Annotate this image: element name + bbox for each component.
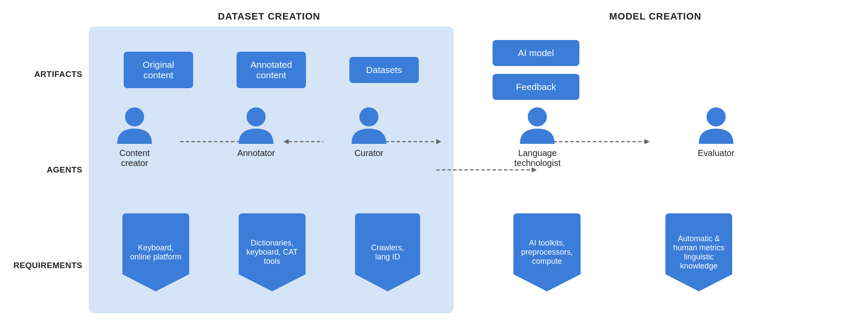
language-technologist-agent: Languagetechnologist <box>514 105 561 168</box>
curator-label: Curator <box>355 148 384 158</box>
svg-point-12 <box>707 107 726 126</box>
model-creation-header: MODEL CREATION <box>499 9 812 27</box>
dataset-zone: Originalcontent Annotatedcontent Dataset… <box>89 27 454 313</box>
evaluator-icon <box>697 105 736 144</box>
feedback-box: Feedback <box>493 74 579 100</box>
datasets-box: Datasets <box>349 57 419 83</box>
dataset-artifacts-row: Originalcontent Annotatedcontent Dataset… <box>89 35 454 105</box>
annotator-agent: Annotator <box>237 105 276 158</box>
model-requirements-row: AI toolkits,preprocessors,compute Automa… <box>458 200 788 305</box>
req-crawlers-box: Crawlers,lang ID <box>355 213 420 292</box>
evaluator-agent: Evaluator <box>697 105 736 158</box>
main-area: Originalcontent Annotatedcontent Dataset… <box>89 27 846 313</box>
svg-point-8 <box>359 107 378 126</box>
ai-model-box: AI model <box>493 40 579 66</box>
requirements-label: REQUIREMENTS <box>13 261 82 270</box>
req-keyboard-box: Keyboard,online platform <box>122 213 189 292</box>
svg-marker-10 <box>644 139 650 144</box>
model-arrows-svg <box>458 100 788 200</box>
language-technologist-icon <box>518 105 557 144</box>
content-creator-label: Contentcreator <box>119 148 150 168</box>
req-ai-toolkits-box: AI toolkits,preprocessors,compute <box>513 213 581 292</box>
req-automatic-box: Automatic &human metricslinguisticknowle… <box>665 213 732 292</box>
content-creator-icon <box>115 105 154 144</box>
curator-agent: Curator <box>349 105 388 158</box>
agents-label: AGENTS <box>47 165 82 175</box>
svg-point-7 <box>247 107 266 126</box>
annotated-content-box: Annotatedcontent <box>237 52 306 88</box>
language-technologist-label: Languagetechnologist <box>514 148 561 168</box>
svg-marker-5 <box>436 139 441 144</box>
svg-point-11 <box>528 107 547 126</box>
svg-point-6 <box>125 107 144 126</box>
annotator-label: Annotator <box>237 148 275 158</box>
model-artifacts-row: AI model Feedback <box>458 35 788 105</box>
dataset-requirements-row: Keyboard,online platform Dictionaries,ke… <box>89 200 454 305</box>
dataset-creation-header: DATASET CREATION <box>91 9 447 27</box>
svg-marker-3 <box>283 139 289 144</box>
req-dictionaries-box: Dictionaries,keyboard, CATtools <box>239 213 306 292</box>
dataset-agents-row: Contentcreator Annotator Curator <box>89 100 454 200</box>
model-zone: AI model Feedback Languagetechnologist <box>458 27 788 313</box>
model-agents-row: Languagetechnologist Evaluator <box>458 100 788 200</box>
row-labels: ARTIFACTS AGENTS REQUIREMENTS <box>22 27 89 313</box>
annotator-icon <box>237 105 276 144</box>
content-creator-agent: Contentcreator <box>115 105 154 168</box>
diagram-container: DATASET CREATION MODEL CREATION ARTIFACT… <box>22 9 846 313</box>
artifacts-label: ARTIFACTS <box>34 70 82 79</box>
curator-icon <box>349 105 388 144</box>
original-content-box: Originalcontent <box>124 52 193 88</box>
section-headers: DATASET CREATION MODEL CREATION <box>91 9 846 27</box>
evaluator-label: Evaluator <box>698 148 735 158</box>
